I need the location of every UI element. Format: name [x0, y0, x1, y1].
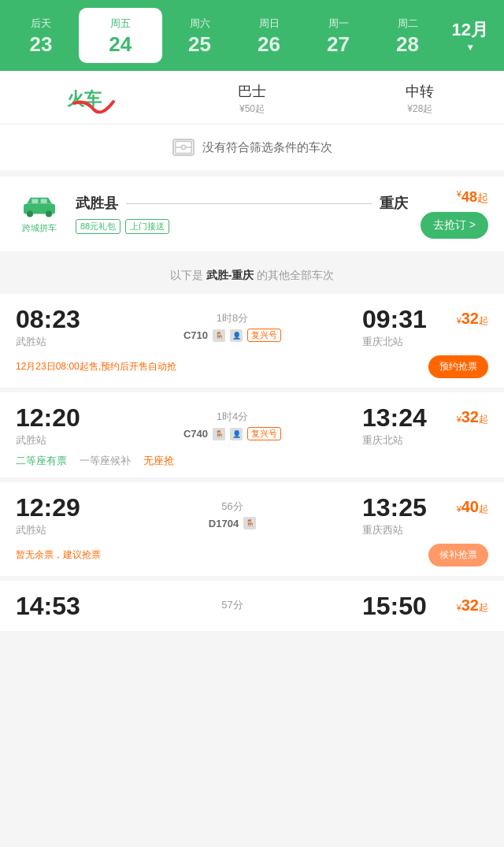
train-middle-section: 56分 D1704 🪑	[102, 495, 362, 529]
waitlist-button[interactable]: 候补抢票	[428, 544, 488, 567]
tab-train[interactable]: 火车	[0, 87, 168, 111]
depart-station: 武胜站	[16, 433, 102, 448]
train-arrive-section: 09:31 重庆北站	[362, 306, 441, 349]
month-selector[interactable]: 12月 ▾	[443, 0, 498, 71]
train-main-info: 12:20 武胜站 1时4分 C740 🪑 👤 复兴号 13:24 重庆北站 ¥…	[16, 405, 488, 448]
carpool-route: 武胜县 重庆	[76, 194, 408, 213]
reserve-button[interactable]: 预约抢票	[428, 355, 488, 378]
section-title: 以下是 武胜-重庆 的其他全部车次	[0, 258, 504, 294]
no-results-banner: 没有符合筛选条件的车次	[0, 124, 504, 176]
train-row-1220[interactable]: 12:20 武胜站 1时4分 C740 🪑 👤 复兴号 13:24 重庆北站 ¥…	[0, 392, 504, 482]
train-main-info: 14:53 57分 15:50 ¥32起	[16, 593, 488, 622]
date-item-25[interactable]: 周六 25	[165, 0, 235, 71]
second-class-seat: 二等座有票	[16, 454, 67, 468]
carpool-tags: 88元礼包 上门接送	[76, 219, 408, 234]
alert-text: 暂无余票，建议抢票	[16, 548, 101, 562]
carpool-route-section: 武胜县 重庆 88元礼包 上门接送	[76, 194, 408, 234]
carpool-destination: 重庆	[380, 194, 408, 213]
weekday-label: 后天	[31, 17, 51, 31]
date-item-27[interactable]: 周一 27	[304, 0, 373, 71]
seat-icon: 🪑	[243, 517, 256, 529]
date-item-26[interactable]: 周日 26	[235, 0, 304, 71]
depart-station: 武胜站	[16, 335, 102, 349]
date-item-28[interactable]: 周二 28	[373, 0, 443, 71]
day-number: 28	[396, 34, 419, 54]
transport-tabs: 火车 巴士 ¥50起 中转 ¥28起	[0, 71, 504, 124]
weekday-label: 周一	[328, 17, 349, 31]
carpool-label: 跨城拼车	[22, 222, 57, 234]
train-selected-mark	[70, 95, 117, 117]
train-row-1229[interactable]: 12:29 武胜站 56分 D1704 🪑 13:25 重庆西站 ¥40起 暂无…	[0, 482, 504, 581]
train-price: ¥40起	[441, 495, 488, 516]
svg-point-1	[181, 145, 185, 149]
train-depart-section: 12:20 武胜站	[16, 405, 102, 448]
carpool-origin: 武胜县	[76, 194, 118, 213]
car-icon	[20, 194, 58, 219]
train-price: ¥32起	[441, 405, 488, 426]
train-main-info: 12:29 武胜站 56分 D1704 🪑 13:25 重庆西站 ¥40起	[16, 495, 488, 537]
day-number: 23	[30, 34, 53, 54]
train-arrive-section: 13:25 重庆西站	[362, 495, 441, 537]
train-middle-section: 1时4分 C740 🪑 👤 复兴号	[102, 405, 362, 440]
arrive-station: 重庆北站	[362, 335, 441, 349]
weekday-label: 周五	[110, 17, 131, 31]
weekday-label: 周六	[190, 17, 210, 31]
train-type-badge: 复兴号	[247, 329, 281, 342]
date-header: 后天 23 周五 24 周六 25 周日 26 周一 27 周二 28 12月 …	[0, 0, 504, 71]
train-main-info: 08:23 武胜站 1时8分 C710 🪑 👤 复兴号 09:31 重庆北站 ¥…	[16, 306, 488, 349]
weekday-label: 周二	[398, 17, 418, 31]
carpool-card[interactable]: 跨城拼车 武胜县 重庆 88元礼包 上门接送 ¥48起 去抢订 >	[0, 176, 504, 258]
arrive-time: 13:24	[362, 405, 441, 430]
seat-icon-2: 👤	[230, 329, 243, 342]
train-price: ¥32起	[441, 593, 488, 615]
carpool-right-section: ¥48起 去抢订 >	[421, 189, 488, 239]
no-results-text: 没有符合筛选条件的车次	[202, 140, 332, 155]
seat-icon: 🪑	[213, 428, 225, 440]
depart-time: 12:29	[16, 495, 102, 520]
svg-rect-7	[32, 199, 38, 203]
section-title-prefix: 以下是	[170, 269, 203, 281]
price-suffix: 起	[477, 191, 488, 204]
train-price: ¥32起	[441, 306, 488, 328]
bus-tab-label: 巴士	[238, 82, 266, 101]
train-number-row: D1704 🪑	[209, 517, 256, 529]
train-arrive-section: 13:24 重庆北站	[362, 405, 441, 448]
train-depart-section: 08:23 武胜站	[16, 306, 102, 349]
day-number: 25	[188, 34, 211, 54]
date-item-23[interactable]: 后天 23	[6, 0, 76, 71]
duration: 1时8分	[217, 311, 248, 325]
duration: 1时4分	[217, 410, 248, 424]
train-type-badge: 复兴号	[247, 427, 281, 440]
price-number: 48	[461, 189, 477, 205]
arrive-time: 15:50	[362, 593, 441, 619]
bus-price: ¥50起	[239, 102, 265, 116]
train-arrive-section: 15:50	[362, 593, 441, 622]
tab-transfer[interactable]: 中转 ¥28起	[336, 82, 504, 116]
train-number-row: C710 🪑 👤 复兴号	[183, 329, 281, 342]
date-item-24-active[interactable]: 周五 24	[79, 8, 162, 63]
transfer-tab-label: 中转	[406, 82, 434, 101]
carpool-left-section: 跨城拼车	[16, 194, 63, 234]
arrive-time: 13:25	[362, 495, 441, 520]
tab-bus[interactable]: 巴士 ¥50起	[168, 82, 335, 116]
no-seat: 无座抢	[143, 454, 174, 468]
train-depart-section: 12:29 武胜站	[16, 495, 102, 537]
section-route: 武胜-重庆	[206, 269, 254, 281]
train-alert-row: 12月23日08:00起售,预约后开售自动抢 预约抢票	[16, 355, 488, 378]
train-row-1453[interactable]: 14:53 57分 15:50 ¥32起	[0, 581, 504, 631]
train-middle-section: 57分	[102, 593, 362, 615]
train-number-row: C740 🪑 👤 复兴号	[183, 427, 281, 440]
seat-availability-row: 二等座有票 一等座候补 无座抢	[16, 454, 488, 468]
carpool-tag-gift: 88元礼包	[76, 219, 120, 234]
carpool-price: ¥48起	[457, 189, 488, 206]
depart-time: 08:23	[16, 306, 102, 332]
train-row-0823[interactable]: 08:23 武胜站 1时8分 C710 🪑 👤 复兴号 09:31 重庆北站 ¥…	[0, 294, 504, 392]
first-class-seat: 一等座候补	[80, 454, 131, 468]
train-number: C710	[183, 329, 208, 341]
train-alert-row: 暂无余票，建议抢票 候补抢票	[16, 544, 488, 567]
depart-time: 12:20	[16, 405, 102, 430]
grab-order-button[interactable]: 去抢订 >	[421, 212, 488, 239]
svg-rect-8	[41, 199, 47, 203]
price-num: 32	[461, 310, 479, 327]
arrive-station: 重庆西站	[362, 523, 441, 537]
